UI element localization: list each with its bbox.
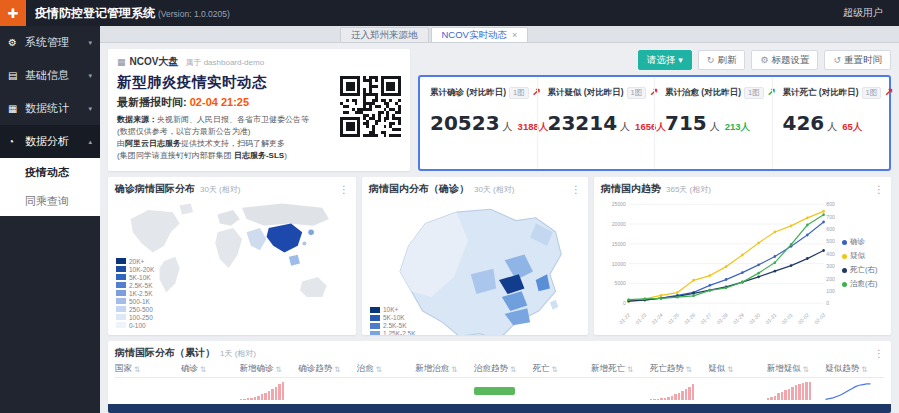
legend-item[interactable]: 治愈(右) — [842, 279, 884, 289]
legend-item: 0-100 — [116, 321, 154, 329]
trend-up-icon: ↗ — [884, 86, 895, 99]
column-header[interactable]: 确诊⇅ — [181, 363, 240, 375]
sort-icon[interactable]: ⇅ — [200, 365, 206, 374]
column-header[interactable]: 新增死亡⇅ — [591, 363, 650, 375]
kebab-menu-icon[interactable]: ⋮ — [339, 184, 349, 195]
sidebar-item-epidemic-trends[interactable]: 疫情动态 — [0, 158, 100, 187]
svg-text:400: 400 — [826, 251, 834, 257]
qr-code — [340, 76, 401, 137]
column-header[interactable]: 死亡⇅ — [532, 363, 591, 375]
stat-delta: 213人 — [725, 121, 750, 134]
legend-item: 1K-2.5K — [116, 289, 154, 297]
column-header[interactable]: 新增疑似⇅ — [767, 363, 826, 375]
close-icon[interactable]: × — [512, 30, 517, 40]
legend-item: 5K-10K — [116, 273, 154, 281]
gear-icon: ⚙ — [760, 55, 768, 65]
chevron-down-icon: ▾ — [88, 39, 92, 47]
column-header[interactable]: 治愈趋势⇅ — [474, 363, 533, 375]
sort-icon[interactable]: ⇅ — [334, 365, 340, 374]
stat-value: 20523 — [430, 111, 500, 135]
sort-icon[interactable]: ⇅ — [510, 365, 516, 374]
kebab-menu-icon[interactable]: ⋮ — [571, 184, 581, 195]
user-menu[interactable]: 超级用户 — [843, 6, 899, 20]
sort-icon[interactable]: ⇅ — [686, 365, 692, 374]
svg-text:01-26: 01-26 — [683, 312, 696, 326]
svg-text:01-30: 01-30 — [748, 312, 761, 326]
column-header[interactable]: 新增确诊⇅ — [240, 363, 299, 375]
legend-item: 1.25K-2.5K — [370, 330, 416, 335]
sidebar-item-analysis[interactable]: ◔ 数据分析 ▴ — [0, 125, 100, 158]
panel-time-range: 30天 (相对) — [200, 184, 240, 195]
svg-text:01-31: 01-31 — [764, 312, 777, 326]
legend-item: 20K+ — [116, 257, 154, 265]
chevron-up-icon: ▴ — [88, 138, 92, 146]
dashboard: ▦ NCOV大盘 属于 dashboard-demo 新型肺炎疫情实时动态 最新… — [100, 43, 899, 413]
stat-label: 累计死亡 (对比昨日) — [783, 87, 859, 99]
stat-label: 累计疑似 (对比昨日) — [548, 87, 624, 99]
svg-text:20000: 20000 — [612, 221, 626, 227]
legend-item: 500-1K — [116, 297, 154, 305]
sort-icon[interactable]: ⇅ — [861, 365, 867, 374]
sort-icon[interactable]: ⇅ — [727, 365, 733, 374]
column-header[interactable]: 治愈⇅ — [357, 363, 416, 375]
column-header[interactable]: 死亡趋势⇅ — [650, 363, 709, 375]
column-header[interactable]: 疑似趋势⇅ — [825, 363, 884, 375]
trend-chart-panel: 病情国内趋势 365天 (相对) ⋮ 050001000015000200002… — [594, 177, 891, 335]
column-header[interactable]: 新增治愈⇅ — [415, 363, 474, 375]
sparkline-line — [825, 382, 871, 400]
svg-text:01-22: 01-22 — [618, 312, 631, 326]
sort-icon[interactable]: ⇅ — [627, 365, 633, 374]
reset-time-button[interactable]: ↺ 重置时间 — [824, 50, 891, 70]
tab-ncov-realtime[interactable]: NCOV实时动态 × — [431, 27, 529, 42]
svg-text:15000: 15000 — [612, 241, 626, 247]
svg-text:5000: 5000 — [615, 280, 626, 286]
pie-chart-icon: ◔ — [8, 136, 20, 147]
table-cell — [708, 378, 767, 404]
sidebar-item-system[interactable]: ⚙ 系统管理 ▾ — [0, 26, 100, 59]
table-cell — [298, 378, 357, 404]
sort-icon[interactable]: ⇅ — [276, 365, 282, 374]
svg-text:02-02: 02-02 — [797, 312, 810, 326]
sidebar-item-label: 数据统计 — [25, 101, 69, 116]
legend-item[interactable]: 确诊 — [842, 237, 884, 247]
refresh-button[interactable]: ↻ 刷新 — [698, 50, 746, 70]
app-title: 疫情防控登记管理系统(Version: 1.0.0205) — [35, 5, 230, 22]
legend-item[interactable]: 死亡(右) — [842, 265, 884, 275]
stat-unit: 人 — [710, 120, 720, 134]
dashboard-grid-icon: ▦ — [117, 57, 126, 67]
table-cell — [115, 378, 181, 404]
kebab-menu-icon[interactable]: ⋮ — [874, 348, 884, 359]
panel-title: 确诊病情国际分布 — [115, 182, 195, 196]
sparkline-bars — [240, 382, 285, 400]
title-settings-button[interactable]: ⚙ 标题设置 — [751, 50, 818, 70]
sort-icon[interactable]: ⇅ — [551, 365, 557, 374]
stat-unit: 人 — [620, 120, 630, 134]
table-cell — [240, 378, 299, 404]
data-source-note: 数据来源：央视新闻、人民日报、各省市卫健委公告等 (数据仅供参考，以官方最新公告… — [117, 114, 355, 162]
column-header[interactable]: 国家⇅ — [115, 363, 181, 375]
column-header[interactable]: 确诊趋势⇅ — [298, 363, 357, 375]
sidebar-item-baseinfo[interactable]: ▤ 基础信息 ▾ — [0, 59, 100, 92]
svg-text:01-23: 01-23 — [634, 312, 647, 326]
stat-chart-badge: 1图 — [627, 87, 647, 99]
tab-label: NCOV实时动态 — [442, 29, 507, 42]
app-header: ✚ 疫情防控登记管理系统(Version: 1.0.0205) 超级用户 — [0, 0, 899, 26]
reset-time-icon: ↺ — [833, 55, 841, 65]
sort-icon[interactable]: ⇅ — [451, 365, 457, 374]
sidebar-item-label: 数据分析 — [25, 134, 69, 149]
kebab-menu-icon[interactable]: ⋮ — [874, 184, 884, 195]
legend-item[interactable]: 疑似 — [842, 251, 884, 261]
board-owner: 属于 dashboard-demo — [185, 57, 264, 68]
svg-text:01-27: 01-27 — [699, 312, 712, 326]
sparkline-bars — [650, 382, 695, 400]
filter-select[interactable]: 请选择 ▾ — [638, 50, 692, 70]
svg-text:300: 300 — [826, 263, 834, 269]
tab-zhengzhou-origin[interactable]: 迁入郑州来源地 — [340, 27, 429, 42]
sort-icon[interactable]: ⇅ — [134, 365, 140, 374]
dashboard-toolbar: 请选择 ▾ ↻ 刷新 ⚙ 标题设置 ↺ 重置时间 — [418, 49, 891, 71]
sidebar-item-cotravel-query[interactable]: 同乘查询 — [0, 187, 100, 216]
sort-icon[interactable]: ⇅ — [376, 365, 382, 374]
sidebar-item-statistics[interactable]: ▦ 数据统计 ▾ — [0, 92, 100, 125]
sort-icon[interactable]: ⇅ — [803, 365, 809, 374]
column-header[interactable]: 疑似⇅ — [708, 363, 767, 375]
